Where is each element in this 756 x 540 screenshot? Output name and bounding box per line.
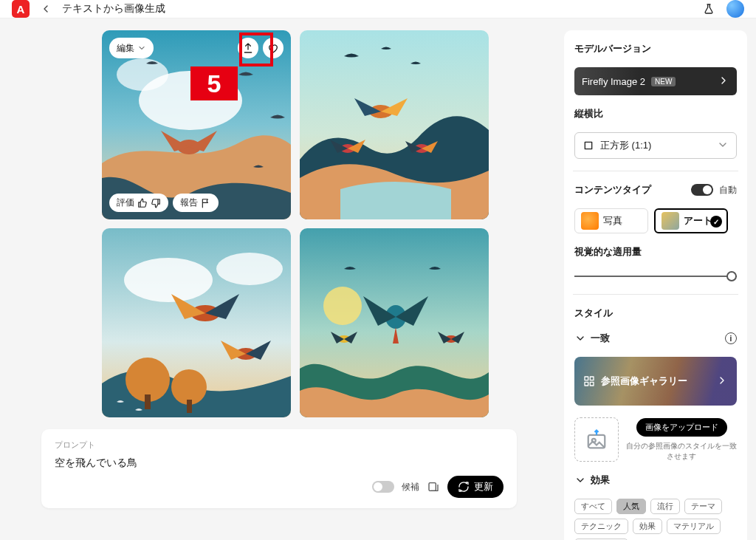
heart-icon	[267, 42, 279, 54]
model-name: Firefly Image 2	[582, 76, 645, 87]
content-type-photo[interactable]: 写真	[574, 208, 648, 233]
effect-tag[interactable]: マテリアル	[667, 519, 721, 534]
auto-toggle[interactable]	[691, 184, 713, 196]
aspect-title: 縦横比	[574, 107, 737, 120]
match-title: 一致	[591, 332, 610, 345]
reference-gallery[interactable]: 参照画像ギャラリー	[574, 357, 737, 406]
prompt-input[interactable]: 空を飛んでいる鳥	[55, 457, 504, 470]
effect-tag[interactable]: 効果	[633, 519, 662, 534]
rate-label: 評価	[117, 196, 134, 209]
art-label: アート	[684, 214, 712, 228]
info-icon[interactable]: i	[725, 332, 737, 344]
content-type-art[interactable]: アート	[654, 208, 728, 233]
chevron-down-icon	[717, 139, 729, 153]
chevron-right-icon	[716, 375, 728, 389]
aspect-selector[interactable]: 正方形 (1:1)	[574, 132, 737, 159]
share-button[interactable]	[238, 38, 258, 58]
svg-point-13	[171, 369, 207, 405]
settings-panel: モデルバージョン Firefly Image 2 NEW 縦横比 正方形 (1:…	[564, 30, 747, 540]
upload-dropzone[interactable]	[574, 417, 619, 462]
back-button[interactable]	[38, 3, 53, 15]
svg-rect-25	[590, 377, 594, 380]
new-badge: NEW	[651, 77, 676, 86]
effect-tag[interactable]: すべて	[574, 499, 612, 514]
rate-button[interactable]: 評価	[109, 194, 168, 212]
candidates-label: 候補	[402, 481, 419, 493]
adobe-logo-icon[interactable]: A	[12, 0, 30, 18]
svg-rect-14	[187, 400, 192, 413]
style-title: スタイル	[574, 307, 737, 320]
strength-slider[interactable]	[574, 270, 737, 282]
generate-label: 更新	[474, 480, 493, 493]
square-icon	[583, 140, 594, 151]
flag-icon	[201, 198, 211, 208]
prompt-label: プロンプト	[55, 440, 504, 451]
generated-image-3[interactable]	[102, 228, 291, 417]
grid-icon	[583, 375, 595, 387]
effect-tag[interactable]: 人気	[616, 499, 646, 514]
image-grid: 編集 評価	[41, 30, 549, 417]
generate-button[interactable]: 更新	[447, 476, 504, 498]
generated-image-1[interactable]: 編集 評価	[102, 30, 291, 219]
photo-thumb-icon	[581, 212, 599, 230]
effect-tag[interactable]: テクニック	[574, 519, 628, 534]
labs-icon[interactable]	[700, 0, 718, 18]
upload-button[interactable]: 画像をアップロード	[636, 418, 727, 437]
svg-point-2	[117, 58, 168, 91]
effect-title: 効果	[591, 474, 610, 487]
content-type-title: コンテンツタイプ	[574, 183, 651, 196]
svg-rect-26	[585, 382, 588, 386]
chevron-right-icon	[718, 75, 729, 89]
thumbs-down-icon	[151, 198, 161, 208]
effect-section-toggle[interactable]: 効果	[574, 474, 737, 487]
chevron-down-icon	[574, 332, 586, 344]
effect-tag[interactable]: テーマ	[684, 499, 722, 514]
chevron-down-icon	[574, 474, 586, 486]
svg-point-9	[124, 258, 213, 302]
art-thumb-icon	[662, 212, 679, 230]
effect-tag[interactable]: 流行	[650, 499, 680, 514]
match-section-toggle[interactable]: 一致 i	[574, 332, 737, 345]
svg-point-10	[216, 253, 283, 285]
avatar[interactable]	[726, 0, 744, 18]
upload-label: 画像をアップロード	[645, 423, 718, 431]
photo-label: 写真	[603, 214, 622, 228]
favorite-button[interactable]	[263, 38, 284, 58]
thumbs-up-icon	[137, 198, 148, 208]
svg-rect-27	[590, 382, 594, 386]
gallery-label: 参照画像ギャラリー	[601, 375, 687, 388]
svg-rect-24	[585, 377, 588, 380]
effect-tags: すべて人気流行テーマテクニック効果マテリアルコンセプト	[574, 499, 737, 540]
share-icon	[242, 42, 254, 54]
generated-image-4[interactable]	[300, 228, 489, 417]
generated-image-2[interactable]	[300, 30, 489, 219]
auto-label: 自動	[719, 184, 737, 196]
report-label: 報告	[180, 196, 198, 209]
prompt-bar: プロンプト 空を飛んでいる鳥 候補 更新	[41, 429, 517, 508]
aspect-value: 正方形 (1:1)	[600, 139, 651, 152]
adjust-icon[interactable]	[427, 480, 440, 493]
upload-hint: 自分の参照画像のスタイルを一致させます	[626, 441, 737, 462]
refresh-icon	[458, 481, 470, 493]
svg-rect-22	[429, 483, 436, 491]
model-selector[interactable]: Firefly Image 2 NEW	[574, 67, 737, 95]
candidates-toggle[interactable]	[372, 481, 394, 493]
svg-rect-12	[145, 394, 151, 409]
report-button[interactable]: 報告	[173, 194, 219, 212]
page-title: テキストから画像生成	[62, 2, 165, 16]
strength-title: 視覚的な適用量	[574, 245, 737, 259]
top-header: A テキストから画像生成	[0, 0, 756, 18]
svg-point-18	[323, 287, 362, 325]
edit-button[interactable]: 編集	[109, 38, 154, 58]
model-version-title: モデルバージョン	[574, 42, 737, 55]
image-upload-icon	[585, 428, 608, 451]
edit-label: 編集	[117, 42, 134, 55]
svg-rect-23	[585, 142, 591, 148]
